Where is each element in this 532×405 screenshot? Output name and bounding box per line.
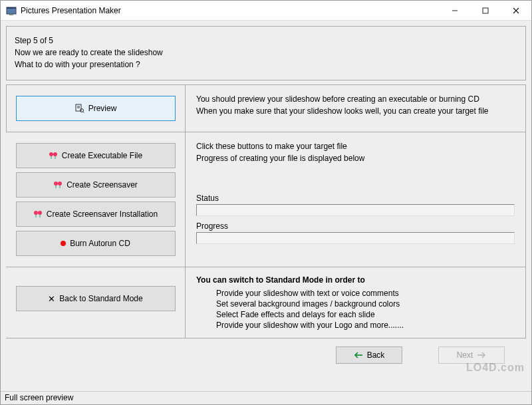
svg-rect-2 xyxy=(9,14,13,15)
maximize-button[interactable] xyxy=(470,1,501,20)
app-icon xyxy=(6,5,17,16)
target-info-1: Click these buttons to make your target … xyxy=(196,142,519,151)
preview-info-cell: You should preview your slideshow before… xyxy=(186,84,526,132)
preview-button[interactable]: Preview xyxy=(16,96,176,121)
create-screensaver-install-label: Create Screensaver Installation xyxy=(47,209,158,219)
svg-point-10 xyxy=(80,109,83,112)
preview-button-label: Preview xyxy=(88,104,117,113)
next-button: Next xyxy=(438,346,505,364)
create-info-cell: Click these buttons to make your target … xyxy=(186,132,526,267)
create-executable-button[interactable]: Create Executable File xyxy=(16,143,176,168)
svg-line-11 xyxy=(83,112,84,113)
flower-icon xyxy=(33,210,43,218)
create-screensaver-install-button[interactable]: Create Screensaver Installation xyxy=(16,202,176,227)
wizard-grid: Preview You should preview your slidesho… xyxy=(6,84,526,338)
svg-point-21 xyxy=(38,211,42,215)
progress-bar xyxy=(196,232,515,244)
arrow-left-icon xyxy=(354,352,363,358)
std-line-4: Provide your slideshow with your Logo an… xyxy=(216,321,519,330)
preview-info-1: You should preview your slideshow before… xyxy=(196,94,519,104)
close-button[interactable] xyxy=(501,1,531,20)
preview-info-2: When you make sure that your slideshow l… xyxy=(196,106,519,116)
back-to-standard-button[interactable]: ✕ Back to Standard Mode xyxy=(16,286,176,311)
step-label: Step 5 of 5 xyxy=(15,36,517,45)
flower-icon xyxy=(49,152,58,160)
svg-point-13 xyxy=(53,152,57,156)
burn-cd-button[interactable]: Burn Autorun CD xyxy=(16,231,176,256)
back-button-label: Back xyxy=(367,350,385,360)
status-label: Status xyxy=(196,194,519,203)
ready-label: Now we are ready to create the slideshow xyxy=(15,48,517,57)
application-window: Pictures Presentation Maker Step 5 of 5 … xyxy=(0,0,532,405)
question-label: What to do with your presentation ? xyxy=(15,60,517,69)
svg-point-20 xyxy=(34,211,38,215)
burn-cd-label: Burn Autorun CD xyxy=(70,239,130,248)
svg-point-17 xyxy=(58,182,62,186)
content-area: Step 5 of 5 Now we are ready to create t… xyxy=(1,21,531,391)
svg-rect-4 xyxy=(483,8,488,13)
statusbar: Full screen preview xyxy=(1,391,531,404)
svg-point-12 xyxy=(49,152,53,156)
standard-bold: You can switch to Standard Mode in order… xyxy=(196,275,519,285)
back-button[interactable]: Back xyxy=(336,346,402,364)
nav-row: Back Next xyxy=(6,341,526,368)
preview-cell: Preview xyxy=(6,84,186,132)
preview-icon xyxy=(75,104,84,113)
standard-cell: ✕ Back to Standard Mode xyxy=(6,267,186,338)
window-title: Pictures Presentation Maker xyxy=(21,6,440,15)
record-icon xyxy=(61,241,66,246)
statusbar-text: Full screen preview xyxy=(5,393,73,402)
standard-info-cell: You can switch to Standard Mode in order… xyxy=(186,267,526,338)
create-screensaver-label: Create Screensaver xyxy=(66,180,138,190)
arrow-right-icon xyxy=(477,352,486,358)
back-to-standard-label: Back to Standard Mode xyxy=(59,294,142,303)
minimize-button[interactable] xyxy=(440,1,470,20)
titlebar: Pictures Presentation Maker xyxy=(1,1,531,21)
create-screensaver-button[interactable]: Create Screensaver xyxy=(16,172,176,198)
std-line-1: Provide your slideshow with text or voic… xyxy=(216,289,519,298)
flower-icon xyxy=(53,181,63,189)
create-cell: Create Executable File Create Screensave… xyxy=(6,132,186,267)
std-line-2: Set several background images / backgrou… xyxy=(216,299,519,309)
svg-point-16 xyxy=(54,182,58,186)
svg-rect-1 xyxy=(7,7,16,9)
create-executable-label: Create Executable File xyxy=(62,151,142,160)
wizard-header: Step 5 of 5 Now we are ready to create t… xyxy=(6,26,526,80)
status-field xyxy=(196,204,515,216)
standard-bullets: Provide your slideshow with text or voic… xyxy=(216,289,519,330)
std-line-3: Select Fade effects and delays for each … xyxy=(216,310,519,319)
target-info-2: Progress of creating your file is displa… xyxy=(196,154,519,163)
next-button-label: Next xyxy=(457,350,473,360)
x-icon: ✕ xyxy=(48,295,55,303)
progress-label: Progress xyxy=(196,221,519,231)
window-controls xyxy=(440,1,531,20)
